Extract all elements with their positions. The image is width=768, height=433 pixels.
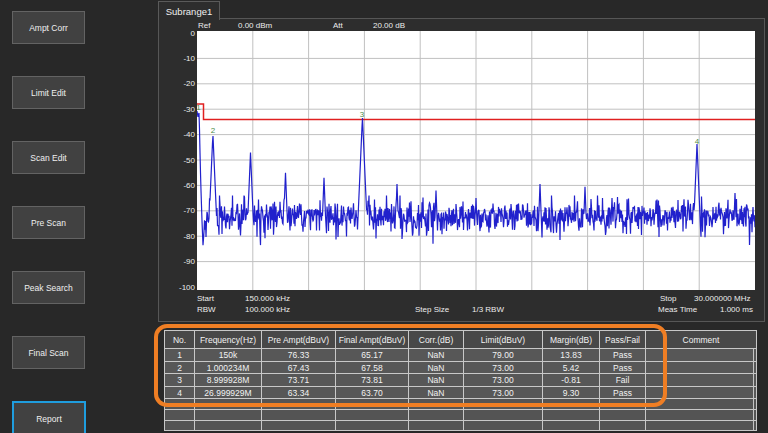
svg-text:1: 1 bbox=[197, 103, 201, 112]
svg-text:3: 3 bbox=[360, 110, 365, 119]
svg-text:4: 4 bbox=[695, 137, 700, 146]
svg-text:2: 2 bbox=[211, 126, 216, 135]
